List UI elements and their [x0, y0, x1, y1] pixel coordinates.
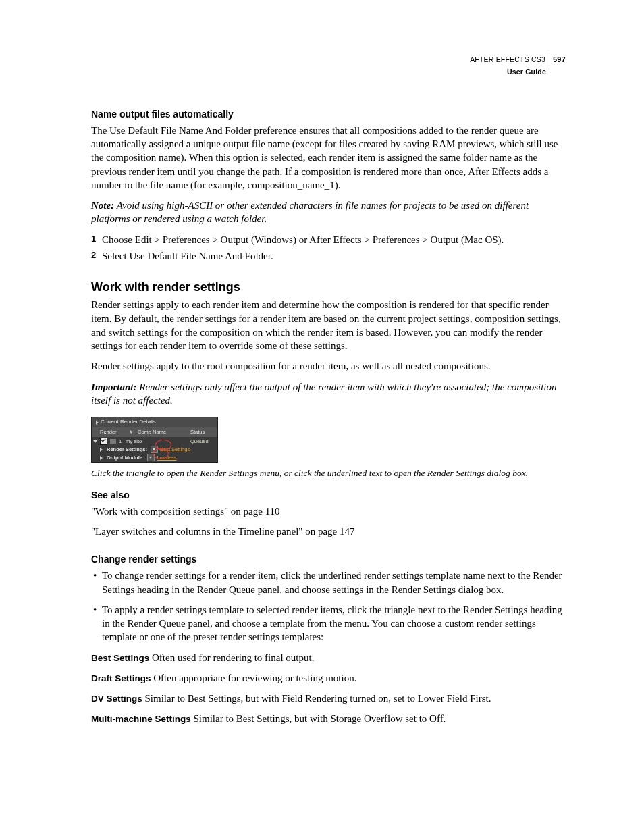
- om-template-link: Lossless: [157, 454, 176, 461]
- header-rule: [549, 53, 549, 68]
- note-block: Note: Avoid using high-ASCII or other ex…: [91, 199, 566, 226]
- twirl-right-icon: [100, 448, 103, 452]
- page-content: Name output files automatically The Use …: [91, 54, 566, 726]
- step-item: 1Choose Edit > Preferences > Output (Win…: [91, 233, 566, 246]
- def-text: Often appropriate for reviewing or testi…: [151, 673, 357, 683]
- definition-line: Multi-machine Settings Similar to Best S…: [91, 712, 566, 725]
- figure-render-queue: Current Render Details Render # Comp Nam…: [91, 417, 566, 463]
- para-name-output: The Use Default File Name And Folder pre…: [91, 124, 566, 192]
- bullet-list: To change render settings for a render i…: [91, 569, 566, 644]
- para-render-1: Render settings apply to each render ite…: [91, 298, 566, 353]
- col-render: Render: [100, 429, 122, 436]
- steps-list: 1Choose Edit > Preferences > Output (Win…: [91, 233, 566, 263]
- see-also-link: "Work with composition settings" on page…: [91, 504, 566, 518]
- term-best: Best Settings: [91, 653, 149, 663]
- running-header: AFTER EFFECTS CS3 597 User Guide: [470, 53, 566, 76]
- h2-render-settings: Work with render settings: [91, 279, 566, 295]
- comp-name: my alto: [126, 438, 190, 445]
- term-multi: Multi-machine Settings: [91, 714, 191, 724]
- render-checkbox: [100, 438, 107, 445]
- definition-line: DV Settings Similar to Best Settings, bu…: [91, 692, 566, 705]
- output-module-row: Output Module: Lossless: [92, 454, 217, 462]
- item-index: 1: [119, 438, 126, 445]
- term-dv: DV Settings: [91, 694, 142, 704]
- step-item: 2Select Use Default File Name And Folder…: [91, 249, 566, 263]
- definition-line: Best Settings Often used for rendering t…: [91, 651, 566, 664]
- product-name: AFTER EFFECTS CS3: [470, 55, 545, 64]
- step-number: 2: [91, 249, 96, 261]
- label-swatch: [110, 439, 116, 444]
- template-menu-icon: [151, 446, 158, 453]
- col-status: Status: [190, 429, 215, 436]
- important-label: Important:: [91, 382, 137, 392]
- col-comp: Comp Name: [138, 429, 190, 436]
- note-text: Avoid using high-ASCII or other extended…: [91, 200, 529, 224]
- def-text: Similar to Best Settings, but with Field…: [142, 693, 491, 704]
- twirl-down-icon: [93, 440, 97, 443]
- important-block: Important: Render settings only affect t…: [91, 380, 566, 408]
- definition-line: Draft Settings Often appropriate for rev…: [91, 671, 566, 685]
- step-text: Select Use Default File Name And Folder.: [102, 251, 273, 261]
- step-number: 1: [91, 233, 96, 245]
- note-label: Note:: [91, 200, 114, 211]
- panel-header: Current Render Details: [92, 417, 217, 427]
- render-settings-row: Render Settings: Best Settings: [92, 446, 217, 454]
- subhead-name-output: Name output files automatically: [91, 108, 566, 121]
- page-number: 597: [553, 55, 566, 65]
- see-also-heading: See also: [91, 489, 566, 502]
- rs-label: Render Settings:: [107, 446, 147, 453]
- panel-title: Current Render Details: [101, 419, 156, 426]
- step-text: Choose Edit > Preferences > Output (Wind…: [102, 234, 504, 245]
- document-page: AFTER EFFECTS CS3 597 User Guide Name ou…: [0, 0, 644, 834]
- col-hash: #: [130, 429, 138, 436]
- triangle-icon: [96, 421, 99, 425]
- term-draft: Draft Settings: [91, 673, 151, 683]
- item-status: Queued: [190, 438, 215, 445]
- see-also-link: "Layer switches and columns in the Timel…: [91, 525, 566, 538]
- column-headers: Render # Comp Name Status: [92, 427, 217, 437]
- bullet-item: To apply a render settings template to s…: [91, 603, 566, 644]
- template-menu-icon: [147, 454, 155, 461]
- guide-title: User Guide: [470, 68, 566, 76]
- subhead-change-render: Change render settings: [91, 553, 566, 566]
- bullet-item: To change render settings for a render i…: [91, 569, 566, 596]
- def-text: Often used for rendering to final output…: [149, 652, 314, 663]
- para-render-2: Render settings apply to the root compos…: [91, 359, 566, 373]
- figure-caption: Click the triangle to open the Render Se…: [91, 467, 566, 479]
- render-queue-panel: Current Render Details Render # Comp Nam…: [91, 417, 218, 463]
- important-text: Render settings only affect the output o…: [91, 382, 557, 406]
- om-label: Output Module:: [107, 454, 144, 461]
- rs-template-link: Best Settings: [160, 446, 190, 453]
- col-icon: [122, 429, 130, 436]
- twirl-right-icon: [100, 456, 103, 460]
- render-item-row: 1 my alto Queued: [92, 437, 217, 446]
- def-text: Similar to Best Settings, but with Stora…: [191, 713, 446, 724]
